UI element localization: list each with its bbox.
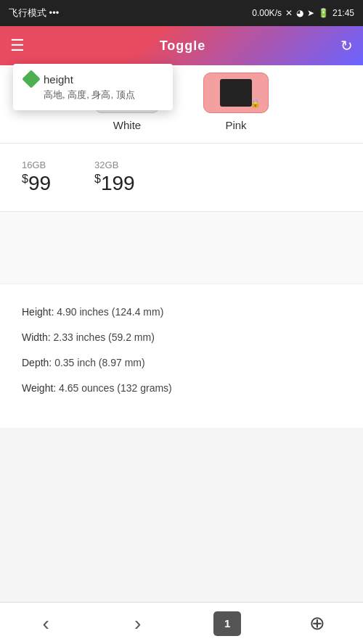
status-time: 21:45 bbox=[333, 8, 354, 18]
spec-row-width: Width: 2.33 inches (59.2 mm) bbox=[22, 330, 341, 345]
phone-screen-pink bbox=[220, 79, 252, 107]
add-button[interactable]: ⊕ bbox=[301, 608, 333, 640]
spec-value-depth: 0.35 inch (8.97 mm) bbox=[52, 357, 144, 368]
tooltip-title: height bbox=[44, 73, 73, 86]
tooltip-popup: height 高地, 高度, 身高, 顶点 bbox=[13, 64, 173, 110]
bottom-nav: ‹ › 1 ⊕ bbox=[0, 602, 363, 644]
status-signal-icon: ✕ bbox=[285, 8, 293, 18]
status-left: 飞行模式 ••• bbox=[9, 7, 59, 20]
storage-price-16gb: $99 bbox=[22, 172, 51, 195]
add-icon: ⊕ bbox=[309, 612, 325, 635]
menu-icon[interactable]: ☰ bbox=[10, 36, 25, 55]
spec-label-depth: Depth: bbox=[22, 357, 52, 368]
status-speed: 0.00K/s bbox=[252, 8, 282, 18]
spec-label-width: Width: bbox=[22, 331, 51, 343]
spec-value-width: 2.33 inches (59.2 mm) bbox=[51, 331, 155, 343]
color-label-pink: Pink bbox=[225, 119, 246, 131]
ad-section bbox=[0, 212, 363, 284]
spec-row-height: Height: 4.90 inches (124.4 mm) bbox=[22, 305, 341, 320]
storage-label-16gb: 16GB bbox=[22, 160, 51, 170]
back-icon: ‹ bbox=[43, 612, 49, 635]
forward-icon: › bbox=[134, 612, 141, 635]
lock-icon-pink: 🔒 bbox=[250, 99, 261, 108]
status-bar: 飞行模式 ••• 0.00K/s ✕ ◕ ➤ 🔋 21:45 bbox=[0, 0, 363, 26]
color-option-pink[interactable]: 🔒 Pink bbox=[203, 73, 269, 131]
forward-button[interactable]: › bbox=[122, 608, 154, 640]
back-button[interactable]: ‹ bbox=[30, 608, 62, 640]
spec-label-weight: Weight: bbox=[22, 382, 56, 394]
main-content: 🔒 White 🔒 Pink 16GB $99 32GB $199 bbox=[0, 65, 363, 428]
spec-value-height: 4.90 inches (124.4 mm) bbox=[54, 306, 163, 318]
nav-title: Toggle bbox=[160, 38, 206, 54]
spec-row-weight: Weight: 4.65 ounces (132 grams) bbox=[22, 381, 341, 396]
spec-row-depth: Depth: 0.35 inch (8.97 mm) bbox=[22, 355, 341, 371]
storage-price-32gb: $199 bbox=[94, 172, 135, 195]
status-right: 0.00K/s ✕ ◕ ➤ 🔋 21:45 bbox=[252, 8, 354, 18]
tooltip-header: height bbox=[25, 73, 161, 86]
page-indicator: 1 bbox=[213, 611, 241, 636]
currency-16gb: $ bbox=[22, 173, 28, 185]
nav-bar: ☰ Toggle ↻ height 高地, 高度, 身高, 顶点 bbox=[0, 26, 363, 65]
status-mode: 飞行模式 ••• bbox=[9, 7, 59, 20]
refresh-icon[interactable]: ↻ bbox=[340, 37, 353, 54]
specs-section: Height: 4.90 inches (124.4 mm) Width: 2.… bbox=[0, 284, 363, 428]
spec-value-weight: 4.65 ounces (132 grams) bbox=[56, 382, 172, 394]
tooltip-subtitle: 高地, 高度, 身高, 顶点 bbox=[44, 88, 161, 102]
tooltip-diamond-icon bbox=[22, 70, 40, 88]
currency-32gb: $ bbox=[94, 173, 101, 185]
storage-option-32gb[interactable]: 32GB $199 bbox=[94, 160, 135, 195]
spec-label-height: Height: bbox=[22, 306, 54, 318]
storage-option-16gb[interactable]: 16GB $99 bbox=[22, 160, 51, 195]
storage-section: 16GB $99 32GB $199 bbox=[0, 144, 363, 212]
status-arrow-icon: ➤ bbox=[307, 8, 314, 18]
phone-thumb-pink: 🔒 bbox=[203, 73, 269, 113]
status-battery-icon: 🔋 bbox=[318, 8, 329, 18]
color-label-white: White bbox=[113, 119, 141, 131]
storage-label-32gb: 32GB bbox=[94, 160, 135, 170]
status-wifi-icon: ◕ bbox=[296, 8, 303, 18]
